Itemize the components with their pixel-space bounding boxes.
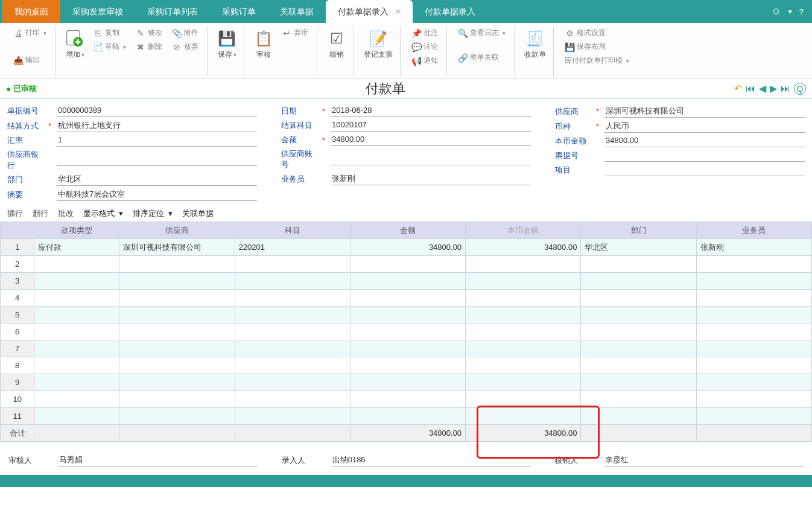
prev-icon[interactable]: ◀ bbox=[759, 83, 766, 94]
help-icon[interactable]: ? bbox=[799, 7, 804, 16]
tab-invoice[interactable]: 采购发票审核 bbox=[60, 0, 135, 23]
discuss-button[interactable]: 💬讨论 bbox=[409, 40, 440, 53]
curr-field[interactable]: 人民币 bbox=[604, 120, 805, 133]
insert-row-button[interactable]: 插行 bbox=[7, 208, 23, 219]
vendor-label: 供应商 bbox=[555, 106, 594, 117]
edit-icon: ✎ bbox=[136, 28, 145, 38]
viewlog-button[interactable]: 🔍查看日志▾ bbox=[455, 27, 508, 39]
table-row[interactable]: 6 bbox=[1, 323, 812, 340]
table-row[interactable]: 10 bbox=[1, 391, 812, 408]
savelayout-button[interactable]: 💾保存布局 bbox=[562, 40, 632, 53]
close-icon[interactable]: × bbox=[396, 7, 401, 16]
audit-icon: 📋 bbox=[254, 29, 273, 48]
related-doc-button[interactable]: 关联单据 bbox=[182, 208, 214, 219]
user-dropdown[interactable]: ▼ bbox=[787, 8, 793, 15]
audit-button[interactable]: 📋审核 bbox=[253, 27, 274, 62]
date-field[interactable]: 2018-06-28 bbox=[331, 105, 531, 117]
table-row[interactable]: 2 bbox=[1, 256, 812, 273]
dept-field[interactable]: 华北区 bbox=[57, 173, 257, 186]
register-cheque-button[interactable]: 📝登记支票 bbox=[363, 27, 394, 62]
status-bar bbox=[0, 475, 812, 487]
draft-button[interactable]: 📄草稿▾ bbox=[90, 40, 128, 53]
writeoff-button[interactable]: ☑核销 bbox=[326, 27, 347, 62]
table-row[interactable]: 9 bbox=[1, 374, 812, 391]
fullrel-button[interactable]: 🔗整单关联 bbox=[455, 51, 508, 64]
table-row[interactable]: 11 bbox=[1, 408, 812, 425]
format-icon: ⚙ bbox=[565, 28, 574, 38]
abandon-button[interactable]: ↩弃审 bbox=[279, 27, 311, 39]
add-button[interactable]: 增加▾ bbox=[64, 27, 86, 62]
col-vendor[interactable]: 供应商 bbox=[119, 222, 235, 239]
local-field[interactable]: 34800.00 bbox=[604, 135, 805, 147]
table-row[interactable]: 1应付款深圳可视科技有限公司220201 34800.0034800.00华北区… bbox=[1, 239, 812, 256]
table-row[interactable]: 8 bbox=[1, 357, 812, 374]
delete-row-button[interactable]: 删行 bbox=[33, 208, 48, 219]
total-row: 合计 34800.0034800.00 bbox=[1, 425, 812, 442]
table-row[interactable]: 7 bbox=[1, 340, 812, 357]
bank-label: 供应商银行 bbox=[7, 149, 46, 171]
abandon-icon: ↩ bbox=[282, 28, 291, 38]
note-icon: 📌 bbox=[411, 28, 421, 38]
detail-grid[interactable]: 款项类型 供应商 科目 金额 本币金额 部门 业务员 1应付款深圳可视科技有限公… bbox=[0, 221, 812, 442]
display-format-button[interactable]: 显示格式 ▾ bbox=[83, 208, 123, 219]
discard-button[interactable]: ⊘放弃 bbox=[170, 40, 201, 53]
modify-button[interactable]: ✎修改 bbox=[133, 27, 165, 39]
chat-icon: 💬 bbox=[411, 42, 421, 52]
check-icon: ☑ bbox=[327, 29, 346, 48]
tab-home[interactable]: 我的桌面 bbox=[2, 0, 60, 23]
curr-label: 币种 bbox=[555, 121, 594, 132]
next-icon[interactable]: ▶ bbox=[770, 83, 777, 94]
col-local[interactable]: 本币金额 bbox=[466, 222, 581, 239]
col-rownum[interactable] bbox=[1, 222, 34, 239]
printtpl-button[interactable]: 应付付款单打印模▾ bbox=[562, 54, 632, 67]
col-acct[interactable]: 科目 bbox=[235, 222, 350, 239]
tab-payment-entry-2[interactable]: 付款单据录入 bbox=[413, 0, 487, 23]
save-button[interactable]: 💾保存▾ bbox=[216, 27, 238, 62]
bank-field[interactable] bbox=[57, 154, 257, 166]
formatset-button[interactable]: ⚙格式设置 bbox=[562, 27, 632, 39]
entry-field: 出纳0186 bbox=[331, 454, 531, 467]
batch-edit-button[interactable]: 批改 bbox=[58, 208, 74, 219]
tab-related[interactable]: 关联单据 bbox=[268, 0, 326, 23]
settle-field[interactable]: 杭州银行上地支行 bbox=[57, 119, 257, 132]
col-amt[interactable]: 金额 bbox=[350, 222, 465, 239]
receipt-button[interactable]: 🧾收款单 bbox=[523, 27, 547, 62]
receipt-icon: 🧾 bbox=[525, 29, 545, 48]
search-icon[interactable]: Q bbox=[794, 83, 806, 95]
note-button[interactable]: 📌批注 bbox=[409, 27, 440, 39]
amt-field[interactable]: 34800.00 bbox=[331, 134, 531, 146]
emp-field[interactable]: 张新刚 bbox=[331, 173, 531, 185]
vacct-field[interactable] bbox=[331, 153, 531, 165]
col-emp[interactable]: 业务员 bbox=[696, 222, 811, 239]
tab-po[interactable]: 采购订单 bbox=[210, 0, 268, 23]
tab-payment-entry-active[interactable]: 付款单据录入 × bbox=[326, 0, 413, 23]
cheque-icon: 📝 bbox=[369, 29, 388, 48]
table-row[interactable]: 4 bbox=[1, 290, 812, 307]
col-dept[interactable]: 部门 bbox=[581, 222, 696, 239]
copy-button[interactable]: ⎘复制 bbox=[90, 27, 128, 39]
first-icon[interactable]: ⏮ bbox=[746, 83, 755, 94]
delete-button[interactable]: ✖删除 bbox=[133, 40, 165, 53]
vendor-field[interactable]: 深圳可视科技有限公司 bbox=[604, 105, 805, 118]
table-row[interactable]: 5 bbox=[1, 307, 812, 323]
docno-field[interactable]: 0000000389 bbox=[57, 105, 257, 117]
table-row[interactable]: 3 bbox=[1, 273, 812, 290]
tab-polist[interactable]: 采购订单列表 bbox=[135, 0, 210, 23]
amt-label: 金额 bbox=[281, 135, 320, 145]
output-button[interactable]: 📤输出 bbox=[11, 54, 49, 66]
sort-button[interactable]: 排序定位 ▾ bbox=[133, 208, 173, 219]
undo-icon[interactable]: ↶ bbox=[734, 83, 742, 94]
last-icon[interactable]: ⏭ bbox=[781, 83, 790, 94]
add-icon bbox=[65, 29, 84, 48]
acct-field[interactable]: 10020107 bbox=[331, 119, 531, 132]
status-text: 已审核 bbox=[13, 83, 37, 94]
bill-field[interactable] bbox=[604, 150, 805, 162]
attach-button[interactable]: 📎附件 bbox=[170, 27, 201, 39]
proj-field[interactable] bbox=[604, 164, 805, 176]
smile-icon[interactable]: ☺ bbox=[772, 6, 781, 17]
notify-button[interactable]: 📢通知 bbox=[409, 54, 440, 67]
col-type[interactable]: 款项类型 bbox=[34, 222, 119, 239]
summary-field[interactable]: 中航科技7层会议室 bbox=[57, 188, 257, 201]
print-button[interactable]: 🖨打印▾ bbox=[11, 27, 49, 39]
rate-field[interactable]: 1 bbox=[57, 135, 257, 147]
